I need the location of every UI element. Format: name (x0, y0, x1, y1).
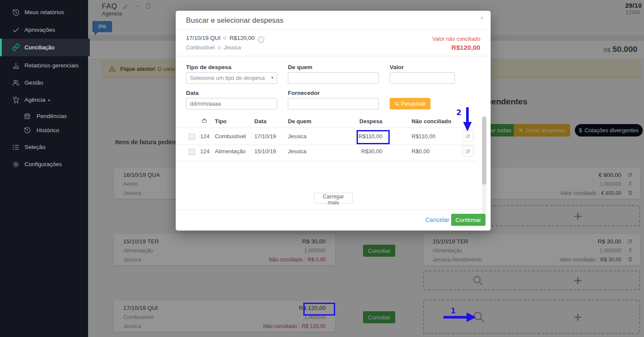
sidebar-item-label: Agência▾ (24, 94, 50, 107)
select-expense-button[interactable] (462, 146, 473, 157)
modal-title: Buscar e selecionar despesas (186, 16, 284, 25)
value-input[interactable] (390, 72, 455, 84)
scrollbar-thumb[interactable] (482, 117, 486, 185)
sidebar-item-label: Configurações (24, 158, 62, 171)
divider (176, 56, 491, 56)
column-header-tipo: Tipo (215, 118, 226, 124)
expense-type-select[interactable]: Selecione um tipo de despesa▾ (186, 72, 277, 84)
modal-summary-line2: CombustívelJessica (186, 45, 241, 51)
history-icon (24, 127, 31, 134)
close-icon[interactable]: × (480, 14, 484, 21)
divider (176, 161, 476, 161)
sidebar-item-label: Seleção (24, 141, 46, 154)
annotation-box-expense-cell (357, 130, 390, 144)
link-icon (12, 43, 20, 51)
date-input[interactable] (186, 98, 277, 109)
row-checkbox[interactable] (189, 149, 195, 155)
annotation-step2: 2 (456, 108, 461, 117)
column-header-de-quem: De quem (288, 118, 311, 124)
people-icon (12, 79, 20, 87)
unreconciled-value: R$120,00 (452, 44, 480, 52)
modal-summary-line1: 17/10/19 QUIR$120,00i (186, 35, 264, 43)
dot-separator (223, 36, 226, 39)
sidebar-item-label: Pendências (37, 110, 67, 123)
sidebar-item-gestao[interactable]: Gestão (0, 76, 88, 89)
load-more-button[interactable]: Carregar mais (314, 193, 353, 203)
sidebar-item-historico[interactable]: Histórico (0, 124, 88, 137)
cell-type: Alimentação (215, 148, 246, 155)
sidebar-item-pendencias[interactable]: Pendências (0, 110, 88, 123)
sidebar: Meus relatórios Aprovações Conciliação R… (0, 0, 88, 337)
sidebar-item-meus-relatorios[interactable]: Meus relatórios (0, 6, 88, 19)
cell-expense: R$30,00 (348, 148, 382, 155)
annotation-arrow-down (463, 107, 472, 132)
column-header-data: Data (254, 118, 266, 124)
sidebar-item-configuracoes[interactable]: Configurações (0, 158, 88, 171)
column-header-despesa: Despesa (348, 118, 382, 124)
sidebar-item-relatorios-gerenciais[interactable]: Relatórios gerenciais (0, 59, 88, 72)
divider (176, 128, 476, 128)
confirm-button[interactable]: Confirmar (451, 214, 485, 226)
divider (176, 29, 491, 30)
value-label: Valor (390, 64, 404, 70)
unreconciled-label: Valor não conciliado (432, 36, 480, 42)
briefcase-icon (201, 118, 207, 124)
cell-unreconciled: R$110,00 (412, 133, 435, 140)
sidebar-item-label: Gestão (24, 76, 43, 89)
sidebar-item-label: Relatórios gerenciais (24, 59, 79, 72)
sidebar-item-label: Histórico (37, 124, 59, 137)
cell-unreconciled: R$0,00 (412, 148, 430, 155)
who-input[interactable] (288, 72, 379, 84)
list-icon (12, 143, 20, 151)
cell-id: 124 (200, 133, 210, 140)
supplier-input[interactable] (288, 98, 379, 109)
search-button[interactable]: Pesquisar (390, 98, 430, 109)
annotation-box-card-amount (303, 303, 335, 316)
cell-who: Jessica (288, 148, 306, 155)
check-icon (12, 26, 20, 34)
history-icon (12, 9, 20, 16)
divider (176, 209, 491, 210)
scrollbar-track[interactable] (482, 115, 486, 222)
cell-who: Jessica (288, 133, 306, 140)
edit-icon (465, 149, 471, 154)
date-label: Data (186, 90, 198, 96)
cell-date: 15/10/19 (254, 148, 276, 155)
chevron-down-icon: ▾ (48, 98, 50, 103)
supplier-label: Fornecedor (288, 90, 320, 96)
search-icon (394, 101, 400, 106)
row-checkbox[interactable] (189, 134, 195, 140)
cell-id: 124 (200, 148, 210, 155)
info-icon[interactable]: i (258, 36, 264, 43)
cell-date: 17/10/19 (254, 133, 276, 140)
type-label: Tipo de despesa (186, 64, 232, 70)
who-label: De quem (288, 64, 312, 70)
bar-chart-icon (12, 62, 20, 70)
sidebar-item-aprovacoes[interactable]: Aprovações (0, 24, 88, 36)
sidebar-item-label: Aprovações (24, 24, 55, 36)
gear-icon (12, 161, 20, 168)
sidebar-item-agencia[interactable]: Agência▾ (0, 94, 88, 106)
caret-down-icon: ▾ (271, 73, 273, 83)
dot-separator (218, 46, 221, 49)
sidebar-item-conciliacao[interactable]: Conciliação (0, 39, 90, 56)
cancel-button[interactable]: Cancelar (425, 216, 449, 223)
sidebar-item-label: Conciliação (24, 39, 55, 56)
column-header-nao-conciliado: Não conciliado (412, 118, 451, 124)
sidebar-item-selecao[interactable]: Seleção (0, 141, 88, 154)
annotation-arrow-right (443, 313, 477, 322)
edit-icon (465, 134, 471, 139)
shopping-cart-icon (12, 96, 20, 104)
divider (176, 145, 476, 145)
calendar-icon (24, 112, 31, 120)
cell-type: Combustível (215, 133, 246, 140)
sidebar-item-label: Meus relatórios (24, 6, 64, 19)
search-expenses-modal: Buscar e selecionar despesas × 17/10/19 … (176, 11, 491, 231)
